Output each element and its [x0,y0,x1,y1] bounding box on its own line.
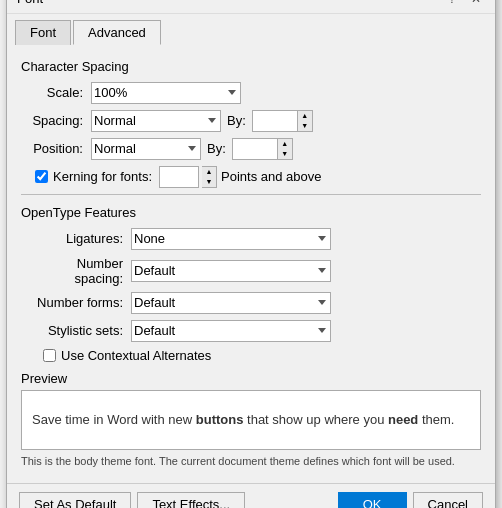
by-label-2: By: [207,141,226,156]
position-by-up[interactable]: ▲ [278,139,292,149]
spacing-label: Spacing: [21,113,91,128]
kerning-input[interactable]: 1 [159,166,199,188]
spacing-by-up[interactable]: ▲ [298,111,312,121]
set-default-button[interactable]: Set As Default [19,492,131,509]
tab-advanced[interactable]: Advanced [73,20,161,45]
position-dropdown[interactable]: Normal Raised Lowered [91,138,201,160]
position-by-spinner: ▲ ▼ [232,138,293,160]
kerning-row: Kerning for fonts: 1 ▲ ▼ Points and abov… [21,166,481,188]
stylistic-label: Stylistic sets: [31,323,131,338]
scale-dropdown[interactable]: 100% [91,82,241,104]
kerning-spinner: 1 ▲ ▼ [156,166,217,188]
preview-plain3: them. [418,412,454,427]
spacing-by-spinner: ▲ ▼ [252,110,313,132]
tab-bar: Font Advanced [7,14,495,45]
position-by-spinner-btns: ▲ ▼ [278,138,293,160]
cancel-button[interactable]: Cancel [413,492,483,509]
preview-text: Save time in Word with new buttons that … [32,412,454,427]
title-bar-controls: ? ✕ [441,0,487,9]
dialog-footer: Set As Default Text Effects... OK Cancel [7,483,495,509]
contextual-checkbox[interactable] [43,349,56,362]
dialog-content: Character Spacing Scale: 100% Spacing: N… [7,45,495,477]
spacing-dropdown[interactable]: Normal Expanded Condensed [91,110,221,132]
preview-plain1: Save time in Word with new [32,412,196,427]
ligatures-dropdown[interactable]: None Standard Only Standard and Contextu… [131,228,331,250]
opentype-title: OpenType Features [21,205,481,220]
spacing-by-input[interactable] [252,110,298,132]
contextual-label: Use Contextual Alternates [61,348,211,363]
preview-label: Preview [21,371,481,386]
spacing-row: Spacing: Normal Expanded Condensed By: ▲… [21,110,481,132]
contextual-row: Use Contextual Alternates [21,348,481,363]
ok-button[interactable]: OK [338,492,407,509]
ligatures-label: Ligatures: [31,231,131,246]
ligatures-row: Ligatures: None Standard Only Standard a… [21,228,481,250]
scale-row: Scale: 100% [21,82,481,104]
kerning-spinner-btns: ▲ ▼ [202,166,217,188]
number-spacing-label: Number spacing: [31,256,131,286]
preview-bold1: buttons [196,412,244,427]
number-forms-dropdown[interactable]: Default Lining Old-style [131,292,331,314]
number-forms-label: Number forms: [31,295,131,310]
preview-bold2: need [388,412,418,427]
number-forms-row: Number forms: Default Lining Old-style [21,292,481,314]
scale-label: Scale: [21,85,91,100]
number-spacing-dropdown[interactable]: Default Proportional Tabular [131,260,331,282]
help-button[interactable]: ? [441,0,463,9]
position-label: Position: [21,141,91,156]
close-button[interactable]: ✕ [465,0,487,9]
footer-left: Set As Default Text Effects... [19,492,245,509]
footer-right: OK Cancel [338,492,483,509]
spacing-by-spinner-btns: ▲ ▼ [298,110,313,132]
spacing-by-down[interactable]: ▼ [298,121,312,131]
stylistic-sets-row: Stylistic sets: Default [21,320,481,342]
text-effects-button[interactable]: Text Effects... [137,492,245,509]
font-dialog: Font ? ✕ Font Advanced Character Spacing… [6,0,496,508]
number-spacing-row: Number spacing: Default Proportional Tab… [21,256,481,286]
kerning-up[interactable]: ▲ [202,167,216,177]
divider-1 [21,194,481,195]
kerning-pts-label: Points and above [221,169,321,184]
preview-section: Preview Save time in Word with new butto… [21,371,481,467]
by-label-1: By: [227,113,246,128]
character-spacing-title: Character Spacing [21,59,481,74]
preview-plain2: that show up where you [243,412,388,427]
dialog-title: Font [17,0,43,6]
kerning-down[interactable]: ▼ [202,177,216,187]
position-by-down[interactable]: ▼ [278,149,292,159]
kerning-label: Kerning for fonts: [53,169,152,184]
preview-box: Save time in Word with new buttons that … [21,390,481,450]
title-bar: Font ? ✕ [7,0,495,14]
stylistic-dropdown[interactable]: Default [131,320,331,342]
kerning-checkbox[interactable] [35,170,48,183]
preview-footnote: This is the body theme font. The current… [21,455,481,467]
tab-font[interactable]: Font [15,20,71,45]
position-by-input[interactable] [232,138,278,160]
position-row: Position: Normal Raised Lowered By: ▲ ▼ [21,138,481,160]
